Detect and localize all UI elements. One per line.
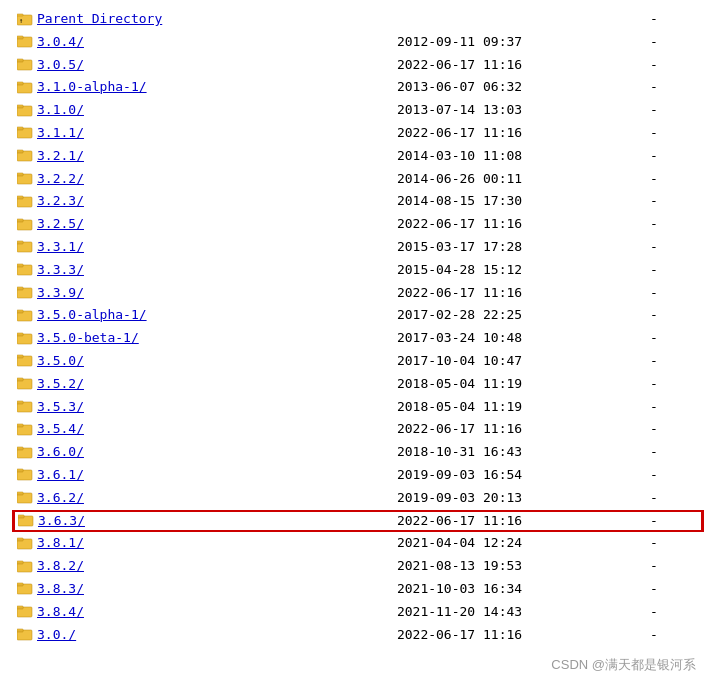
- dir-link[interactable]: 3.6.3/: [38, 513, 85, 528]
- dir-link[interactable]: 3.1.1/: [37, 125, 84, 140]
- list-item: 3.5.3/2018-05-04 11:19-: [13, 396, 703, 419]
- dir-link[interactable]: 3.6.1/: [37, 467, 84, 482]
- dir-link[interactable]: 3.2.3/: [37, 193, 84, 208]
- svg-rect-35: [17, 264, 23, 266]
- folder-icon: [17, 604, 33, 618]
- list-item: 3.5.0/2017-10-04 10:47-: [13, 350, 703, 373]
- parent-dir-link[interactable]: Parent Directory: [37, 11, 162, 26]
- list-item: 3.0.4/2012-09-11 09:37-: [13, 31, 703, 54]
- svg-rect-26: [17, 196, 23, 198]
- date-cell: 2021-11-20 14:43: [393, 601, 646, 624]
- dir-link[interactable]: 3.1.0/: [37, 102, 84, 117]
- list-item: 3.3.9/2022-06-17 11:16-: [13, 282, 703, 305]
- svg-rect-20: [17, 150, 23, 152]
- dir-link[interactable]: 3.5.2/: [37, 376, 84, 391]
- dir-link[interactable]: 3.2.2/: [37, 171, 84, 186]
- folder-icon: [17, 194, 33, 208]
- parent-dir-row: ↑ Parent Directory-: [13, 8, 703, 31]
- date-cell: 2022-06-17 11:16: [393, 510, 646, 533]
- list-item: 3.8.2/2021-08-13 19:53-: [13, 555, 703, 578]
- list-item: 3.1.0/2013-07-14 13:03-: [13, 99, 703, 122]
- list-item: 3.5.0-beta-1/2017-03-24 10:48-: [13, 327, 703, 350]
- size-cell: -: [646, 532, 703, 555]
- svg-rect-56: [17, 424, 23, 426]
- date-cell: 2022-06-17 11:16: [393, 418, 646, 441]
- folder-icon: [17, 125, 33, 139]
- svg-rect-41: [17, 310, 23, 312]
- size-cell: -: [646, 31, 703, 54]
- folder-icon: [17, 34, 33, 48]
- folder-icon: [17, 217, 33, 231]
- dir-link[interactable]: 3.3.1/: [37, 239, 84, 254]
- folder-icon: [17, 422, 33, 436]
- svg-rect-8: [17, 59, 23, 61]
- svg-rect-77: [17, 583, 23, 585]
- dir-link[interactable]: 3.2.1/: [37, 148, 84, 163]
- folder-icon: [17, 399, 33, 413]
- dir-link[interactable]: 3.5.3/: [37, 399, 84, 414]
- dir-link[interactable]: 3.6.2/: [37, 490, 84, 505]
- date-cell: 2018-10-31 16:43: [393, 441, 646, 464]
- date-cell: 2017-03-24 10:48: [393, 327, 646, 350]
- date-cell: 2022-06-17 11:16: [393, 122, 646, 145]
- date-cell: 2017-02-28 22:25: [393, 304, 646, 327]
- folder-icon: [17, 581, 33, 595]
- date-cell: 2015-03-17 17:28: [393, 236, 646, 259]
- svg-rect-17: [17, 127, 23, 129]
- dir-link[interactable]: 3.1.0-alpha-1/: [37, 79, 147, 94]
- date-cell: 2014-08-15 17:30: [393, 190, 646, 213]
- folder-icon: [17, 148, 33, 162]
- dir-link[interactable]: 3.5.0-beta-1/: [37, 330, 139, 345]
- list-item: 3.3.3/2015-04-28 15:12-: [13, 259, 703, 282]
- list-item: 3.8.4/2021-11-20 14:43-: [13, 601, 703, 624]
- svg-rect-23: [17, 173, 23, 175]
- size-cell: -: [646, 76, 703, 99]
- date-cell: 2017-10-04 10:47: [393, 350, 646, 373]
- svg-rect-80: [17, 606, 23, 608]
- folder-icon: [17, 559, 33, 573]
- folder-icon: [17, 627, 33, 641]
- dir-link[interactable]: 3.5.4/: [37, 421, 84, 436]
- list-item: 3.6.0/2018-10-31 16:43-: [13, 441, 703, 464]
- dir-link[interactable]: 3.6.0/: [37, 444, 84, 459]
- list-item: 3.2.3/2014-08-15 17:30-: [13, 190, 703, 213]
- date-cell: 2015-04-28 15:12: [393, 259, 646, 282]
- svg-rect-83: [17, 629, 23, 631]
- dir-link[interactable]: 3.8.3/: [37, 581, 84, 596]
- svg-text:↑: ↑: [19, 17, 23, 25]
- date-cell: 2022-06-17 11:16: [393, 54, 646, 77]
- list-item: 3.0./2022-06-17 11:16-: [13, 624, 703, 647]
- size-cell: -: [646, 304, 703, 327]
- date-cell: 2013-06-07 06:32: [393, 76, 646, 99]
- date-cell: 2022-06-17 11:16: [393, 213, 646, 236]
- svg-rect-38: [17, 287, 23, 289]
- dir-link[interactable]: 3.3.3/: [37, 262, 84, 277]
- dir-link[interactable]: 3.8.1/: [37, 535, 84, 550]
- dir-link[interactable]: 3.0.4/: [37, 34, 84, 49]
- date-cell: 2019-09-03 20:13: [393, 487, 646, 510]
- folder-icon: [17, 262, 33, 276]
- svg-rect-47: [17, 355, 23, 357]
- list-item: 3.2.2/2014-06-26 00:11-: [13, 168, 703, 191]
- dir-link[interactable]: 3.0./: [37, 627, 76, 642]
- folder-icon: [17, 80, 33, 94]
- size-cell: -: [646, 373, 703, 396]
- size-cell: -: [646, 8, 703, 31]
- folder-icon: [17, 353, 33, 367]
- dir-link[interactable]: 3.2.5/: [37, 216, 84, 231]
- list-item: 3.2.1/2014-03-10 11:08-: [13, 145, 703, 168]
- folder-icon: [17, 445, 33, 459]
- list-item: 3.0.5/2022-06-17 11:16-: [13, 54, 703, 77]
- dir-link[interactable]: 3.5.0-alpha-1/: [37, 307, 147, 322]
- svg-rect-29: [17, 219, 23, 221]
- dir-link[interactable]: 3.8.4/: [37, 604, 84, 619]
- dir-link[interactable]: 3.3.9/: [37, 285, 84, 300]
- date-cell: 2022-06-17 11:16: [393, 282, 646, 305]
- dir-link[interactable]: 3.5.0/: [37, 353, 84, 368]
- svg-rect-50: [17, 378, 23, 380]
- date-cell: 2021-04-04 12:24: [393, 532, 646, 555]
- dir-link[interactable]: 3.8.2/: [37, 558, 84, 573]
- dir-link[interactable]: 3.0.5/: [37, 57, 84, 72]
- svg-rect-68: [18, 515, 24, 517]
- svg-rect-62: [17, 469, 23, 471]
